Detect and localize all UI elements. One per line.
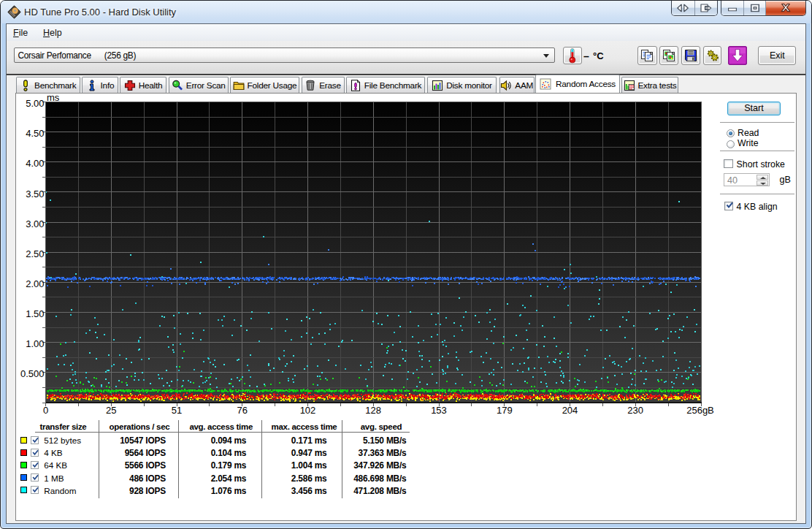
- svg-text:0: 0: [43, 405, 48, 416]
- svg-text:3.50: 3.50: [26, 189, 44, 199]
- svg-text:128: 128: [365, 405, 381, 416]
- svg-text:1.50: 1.50: [26, 308, 44, 319]
- svg-text:102: 102: [300, 405, 316, 416]
- svg-text:4.00: 4.00: [26, 158, 44, 169]
- svg-text:179: 179: [497, 405, 513, 416]
- svg-text:3.00: 3.00: [26, 218, 44, 229]
- svg-text:2.00: 2.00: [26, 278, 44, 289]
- svg-text:153: 153: [431, 405, 447, 416]
- svg-text:76: 76: [237, 405, 248, 416]
- svg-text:4.50: 4.50: [26, 128, 44, 139]
- svg-text:1.00: 1.00: [26, 338, 44, 349]
- svg-text:230: 230: [627, 405, 643, 416]
- svg-text:2.50: 2.50: [26, 248, 44, 259]
- svg-text:204: 204: [562, 405, 578, 416]
- svg-text:25: 25: [106, 405, 116, 416]
- svg-text:0.500: 0.500: [20, 368, 45, 379]
- svg-text:256gB: 256gB: [686, 405, 714, 416]
- svg-text:51: 51: [172, 405, 182, 416]
- svg-text:5.00: 5.00: [26, 98, 44, 109]
- svg-text:ms: ms: [47, 92, 60, 103]
